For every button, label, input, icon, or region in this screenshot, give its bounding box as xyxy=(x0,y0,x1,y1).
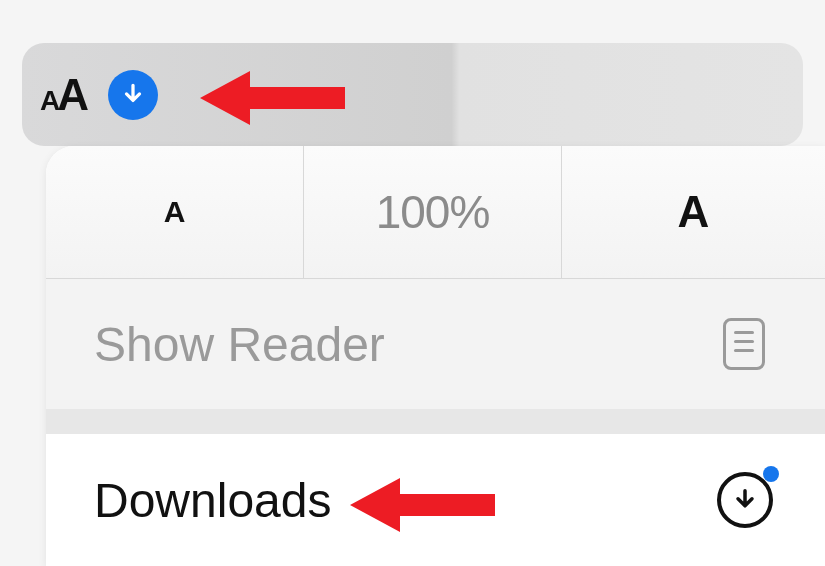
page-settings-popover: A 100% A Show Reader Downloads xyxy=(46,146,825,566)
zoom-small-a: A xyxy=(164,195,186,229)
zoom-percent-label: 100% xyxy=(376,185,490,239)
zoom-out-button[interactable]: A xyxy=(46,146,304,279)
downloads-label: Downloads xyxy=(94,473,331,528)
show-reader-label: Show Reader xyxy=(94,317,385,372)
separator xyxy=(46,409,825,434)
downloads-row[interactable]: Downloads xyxy=(46,434,825,566)
download-indicator-icon[interactable] xyxy=(108,70,158,120)
download-arrow-icon xyxy=(731,486,759,514)
aa-big-letter: A xyxy=(57,70,86,120)
download-arrow-icon xyxy=(120,82,146,108)
zoom-in-button[interactable]: A xyxy=(562,146,825,279)
aa-small-letter: A xyxy=(40,85,57,117)
show-reader-row[interactable]: Show Reader xyxy=(46,279,825,409)
zoom-big-a: A xyxy=(678,187,710,237)
reader-page-icon xyxy=(723,318,765,370)
downloads-circle-icon xyxy=(717,472,773,528)
zoom-percent-button[interactable]: 100% xyxy=(304,146,562,279)
downloads-activity-dot-icon xyxy=(763,466,779,482)
text-size-button[interactable]: A A xyxy=(40,70,86,120)
address-bar[interactable]: A A xyxy=(22,43,803,146)
downloads-icon-wrap xyxy=(717,472,773,528)
zoom-row: A 100% A xyxy=(46,146,825,279)
